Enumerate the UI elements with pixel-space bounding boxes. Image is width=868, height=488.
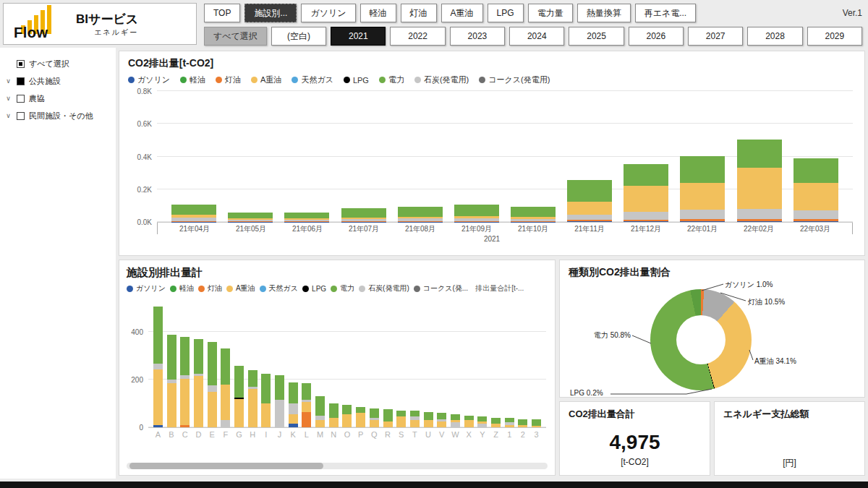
legend-item[interactable]: ガソリン <box>128 74 170 85</box>
checkbox[interactable] <box>17 60 25 68</box>
nav-tab[interactable]: A重油 <box>441 4 483 22</box>
year-tab[interactable]: 2025 <box>569 27 624 46</box>
stacked-bar-21年05月[interactable] <box>228 183 273 222</box>
stacked-bar-D[interactable] <box>194 339 203 427</box>
stacked-bar-T[interactable] <box>410 411 420 427</box>
nav-area: TOP施設別...ガソリン軽油灯油A重油LPG電力量熱量換算再エネ電... Ve… <box>204 4 862 46</box>
scrollbar-thumb[interactable] <box>129 463 323 469</box>
stacked-bar-K[interactable] <box>289 382 298 427</box>
legend-item[interactable]: 石炭(発電用) <box>414 74 469 85</box>
nav-tab[interactable]: TOP <box>204 4 240 22</box>
year-tab[interactable]: 2023 <box>450 27 505 46</box>
legend-item[interactable]: A重油 <box>251 74 281 85</box>
stacked-bar-N[interactable] <box>329 403 339 427</box>
stacked-bar-J[interactable] <box>275 375 284 427</box>
legend-item[interactable]: ガソリン <box>127 283 166 294</box>
stacked-bar-21年11月[interactable] <box>567 140 612 222</box>
stacked-bar-2[interactable] <box>518 419 527 428</box>
year-tab[interactable]: 2022 <box>390 27 445 46</box>
stacked-bar-X[interactable] <box>464 416 474 427</box>
stacked-bar-21年12月[interactable] <box>624 124 668 222</box>
nav-tab[interactable]: 灯油 <box>401 4 437 22</box>
chevron-down-icon[interactable]: ∨ <box>4 112 12 119</box>
nav-tab[interactable]: 再エネ電... <box>635 4 697 22</box>
app-logo: Flow BIサービス エネルギー <box>3 3 197 45</box>
stacked-bar-A[interactable] <box>153 307 163 427</box>
legend-item[interactable]: LPG <box>302 285 326 293</box>
sidebar-item[interactable]: ∨公共施設 <box>4 72 111 90</box>
legend-item[interactable]: 天然ガス <box>292 74 333 85</box>
chevron-down-icon[interactable]: ∨ <box>4 77 12 85</box>
checkbox[interactable] <box>17 77 25 85</box>
stacked-bar-V[interactable] <box>437 413 446 427</box>
year-tab[interactable]: 2028 <box>747 27 802 46</box>
stacked-bar-E[interactable] <box>208 342 217 427</box>
year-tab[interactable]: 2029 <box>807 27 862 46</box>
donut-chart[interactable] <box>650 289 752 390</box>
stacked-bar-21年06月[interactable] <box>284 183 329 222</box>
year-tab[interactable]: 2027 <box>688 27 743 46</box>
bar-segment-electricity <box>315 396 325 415</box>
stacked-bar-22年01月[interactable] <box>680 118 725 222</box>
stacked-bar-21年09月[interactable] <box>454 168 499 222</box>
bar-segment-coal <box>737 209 782 219</box>
stacked-bar-P[interactable] <box>356 407 365 427</box>
year-tab[interactable]: すべて選択 <box>204 27 267 46</box>
stacked-bar-L[interactable] <box>302 383 311 427</box>
stacked-bar-W[interactable] <box>451 414 460 427</box>
stacked-bar-21年07月[interactable] <box>341 175 386 222</box>
stacked-bar-22年02月[interactable] <box>737 106 782 222</box>
kpi-card-energy-cost: エネルギー支払総額 [円] <box>714 401 865 476</box>
stacked-bar-Q[interactable] <box>370 408 379 427</box>
stacked-bar-3[interactable] <box>532 419 541 428</box>
year-tab[interactable]: 2026 <box>629 27 684 46</box>
stacked-bar-Y[interactable] <box>477 416 487 427</box>
nav-tab[interactable]: 電力量 <box>528 4 573 22</box>
nav-tab[interactable]: LPG <box>488 4 524 22</box>
year-tab[interactable]: (空白) <box>271 27 326 46</box>
legend-item[interactable]: 電力 <box>331 283 354 294</box>
nav-tab[interactable]: 熱量換算 <box>577 4 631 22</box>
legend-item[interactable]: LPG <box>344 76 369 85</box>
stacked-bar-G[interactable] <box>234 366 244 428</box>
legend-item[interactable]: A重油 <box>226 283 255 294</box>
sidebar-item[interactable]: ∨民間施設・その他 <box>4 107 111 124</box>
stacked-bar-21年04月[interactable] <box>171 168 216 222</box>
year-tab[interactable]: 2021 <box>331 27 386 46</box>
checkbox[interactable] <box>17 112 25 120</box>
nav-tab[interactable]: 施設別... <box>244 4 297 22</box>
legend-item[interactable]: 灯油 <box>216 74 241 85</box>
legend-item[interactable]: コークス(発... <box>414 283 468 294</box>
legend-item[interactable]: 石炭(発電用) <box>359 283 409 294</box>
stacked-bar-R[interactable] <box>383 409 393 427</box>
checkbox[interactable] <box>17 95 25 103</box>
legend-item[interactable]: 天然ガス <box>260 283 298 294</box>
legend-item[interactable]: 軽油 <box>170 283 194 294</box>
stacked-bar-U[interactable] <box>424 412 433 427</box>
sidebar-item[interactable]: ∨すべて選択 <box>4 55 111 72</box>
stacked-bar-F[interactable] <box>221 348 230 427</box>
bar-segment-electricity <box>518 419 527 425</box>
horizontal-scrollbar[interactable] <box>127 463 548 469</box>
legend-item[interactable]: 電力 <box>379 74 404 85</box>
stacked-bar-S[interactable] <box>396 411 406 427</box>
sidebar-item[interactable]: ∨農協 <box>4 90 111 107</box>
stacked-bar-I[interactable] <box>261 374 271 427</box>
legend-item[interactable]: 軽油 <box>180 74 205 85</box>
stacked-bar-21年08月[interactable] <box>398 172 443 222</box>
nav-tab[interactable]: 軽油 <box>360 4 396 22</box>
stacked-bar-B[interactable] <box>167 335 176 427</box>
stacked-bar-22年03月[interactable] <box>793 120 838 222</box>
legend-item[interactable]: コークス(発電用) <box>479 74 550 85</box>
legend-item[interactable]: 灯油 <box>198 283 222 294</box>
stacked-bar-M[interactable] <box>315 396 325 427</box>
chevron-down-icon[interactable]: ∨ <box>4 95 12 102</box>
nav-tab[interactable]: ガソリン <box>301 4 355 22</box>
stacked-bar-21年10月[interactable] <box>511 173 556 222</box>
year-tab[interactable]: 2024 <box>509 27 564 46</box>
stacked-bar-Z[interactable] <box>491 418 501 427</box>
stacked-bar-C[interactable] <box>180 337 190 427</box>
stacked-bar-H[interactable] <box>248 370 258 427</box>
stacked-bar-1[interactable] <box>505 418 514 427</box>
stacked-bar-O[interactable] <box>342 405 352 427</box>
